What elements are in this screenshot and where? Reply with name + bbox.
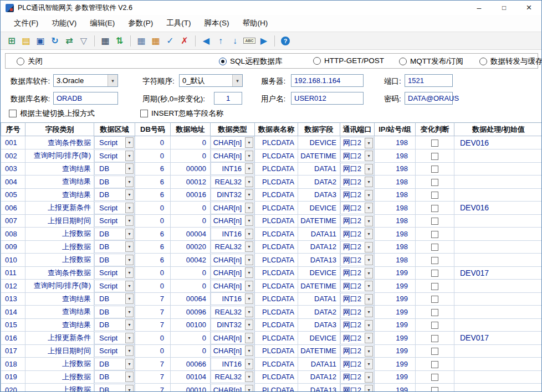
cell-area[interactable]: Script▾ <box>94 332 135 344</box>
cell-seq[interactable]: 011 <box>1 266 25 280</box>
cell-port[interactable]: 网口2▾ <box>340 371 374 384</box>
password-input[interactable]: DATA@ORAUS <box>405 92 453 105</box>
chevron-down-icon[interactable]: ▾ <box>125 359 134 369</box>
change-checkbox[interactable] <box>431 218 438 225</box>
cell-addr[interactable]: 00000 <box>171 162 211 176</box>
chevron-down-icon[interactable]: ▾ <box>245 293 253 304</box>
cell-init[interactable] <box>454 188 542 202</box>
change-checkbox[interactable] <box>431 309 438 316</box>
cell-db[interactable]: 0 <box>135 202 171 215</box>
minimize-button[interactable]: – <box>467 1 492 15</box>
cell-addr[interactable]: 00104 <box>171 370 211 384</box>
cell-seq[interactable]: 012 <box>1 280 25 293</box>
change-checkbox[interactable] <box>431 270 438 277</box>
cell-station[interactable]: 198 <box>375 240 416 254</box>
chevron-down-icon[interactable]: ▾ <box>125 385 134 392</box>
chevron-down-icon[interactable]: ▾ <box>365 268 373 278</box>
cell-port[interactable]: 网口2▾ <box>340 189 374 202</box>
cell-station[interactable]: 198 <box>375 136 416 149</box>
cell-init[interactable] <box>454 149 542 163</box>
transfer-icon[interactable]: ⇅ <box>113 34 126 48</box>
cell-category[interactable]: 上报更新条件 <box>25 202 94 215</box>
change-checkbox[interactable] <box>431 361 438 368</box>
cell-area[interactable]: DB▾ <box>94 370 135 383</box>
chevron-down-icon[interactable]: ▾ <box>365 385 373 392</box>
cell-seq[interactable]: 001 <box>1 136 25 149</box>
change-checkbox[interactable] <box>431 205 438 212</box>
cell-type[interactable]: CHAR[n]▾ <box>211 254 254 266</box>
chevron-down-icon[interactable]: ▾ <box>365 255 373 265</box>
cell-port[interactable]: 网口2▾ <box>340 176 374 188</box>
cell-seq[interactable]: 003 <box>1 162 25 176</box>
cell-init[interactable] <box>454 240 542 254</box>
cell-table[interactable]: PLCDATA <box>255 384 298 392</box>
db-name-input[interactable]: ORADB <box>53 92 118 105</box>
menu-item-edit[interactable]: 编辑(E) <box>83 16 121 31</box>
cell-init[interactable] <box>454 292 542 306</box>
cell-db[interactable]: 6 <box>135 176 171 189</box>
chevron-down-icon[interactable]: ▾ <box>365 138 373 148</box>
chevron-down-icon[interactable]: ▾ <box>245 255 253 265</box>
cell-init[interactable] <box>454 176 542 189</box>
cell-port[interactable]: 网口2▾ <box>340 293 374 306</box>
close-button[interactable]: × <box>517 1 541 15</box>
new-grid-icon[interactable]: ⊞ <box>5 34 18 48</box>
chevron-down-icon[interactable]: ▾ <box>245 359 253 369</box>
cell-db[interactable]: 7 <box>135 370 171 384</box>
col-header-field[interactable]: 数据字段 <box>298 123 340 136</box>
cell-area[interactable]: DB▾ <box>94 188 135 201</box>
cell-station[interactable]: 199 <box>375 318 416 332</box>
chevron-down-icon[interactable]: ▾ <box>125 345 134 356</box>
cell-type[interactable]: CHAR[n]▾ <box>211 136 254 149</box>
cell-init[interactable]: DEV016 <box>454 136 542 149</box>
radio-icon[interactable] <box>479 58 487 65</box>
cell-category[interactable]: 查询条件数据 <box>25 266 94 280</box>
cell-field[interactable]: DATA2 <box>298 306 340 319</box>
cell-changed[interactable] <box>416 306 454 319</box>
cell-category[interactable]: 上报数据 <box>25 240 94 254</box>
cell-init[interactable] <box>454 384 542 392</box>
cell-init[interactable] <box>454 344 542 358</box>
cell-port[interactable]: 网口2▾ <box>340 319 374 332</box>
cell-area[interactable]: DB▾ <box>94 384 135 392</box>
move-up-icon[interactable]: ↑ <box>214 34 227 48</box>
move-left-icon[interactable]: ◀ <box>200 34 213 48</box>
cell-station[interactable]: 199 <box>375 280 416 293</box>
cell-station[interactable]: 198 <box>375 176 416 189</box>
cell-init[interactable] <box>454 162 542 176</box>
cell-addr[interactable]: 00066 <box>171 358 211 371</box>
cell-table[interactable]: PLCDATA <box>255 306 298 319</box>
chevron-down-icon[interactable]: ▾ <box>125 372 134 382</box>
chevron-down-icon[interactable]: ▾ <box>245 215 253 226</box>
cell-table[interactable]: PLCDATA <box>255 344 298 358</box>
cell-station[interactable]: 199 <box>375 344 416 358</box>
cell-db[interactable]: 6 <box>135 162 171 176</box>
cell-station[interactable]: 198 <box>375 162 416 176</box>
cell-init[interactable]: DEV016 <box>454 202 542 215</box>
cell-category[interactable]: 上报数据 <box>25 370 94 384</box>
cell-db[interactable]: 0 <box>135 214 171 228</box>
cell-seq[interactable]: 014 <box>1 306 25 319</box>
cell-db[interactable]: 7 <box>135 306 171 319</box>
cell-station[interactable]: 198 <box>375 254 416 267</box>
cell-port[interactable]: 网口2▾ <box>340 215 374 228</box>
cell-changed[interactable] <box>416 149 454 163</box>
cell-area[interactable]: Script▾ <box>94 202 135 214</box>
chevron-down-icon[interactable]: ▾ <box>125 241 134 252</box>
cell-table[interactable]: PLCDATA <box>255 292 298 306</box>
cell-category[interactable]: 查询结果 <box>25 306 94 319</box>
cell-addr[interactable]: 00042 <box>171 254 211 267</box>
chevron-down-icon[interactable]: ▾ <box>245 345 253 356</box>
cell-type[interactable]: INT16▾ <box>211 292 254 305</box>
cell-station[interactable]: 199 <box>375 370 416 384</box>
cell-table[interactable]: PLCDATA <box>255 202 298 215</box>
cell-seq[interactable]: 004 <box>1 176 25 189</box>
change-checkbox[interactable] <box>431 166 438 173</box>
cell-type[interactable]: CHAR[n]▾ <box>211 384 254 392</box>
cell-changed[interactable] <box>416 162 454 176</box>
cell-field[interactable]: DATETIME <box>298 280 340 293</box>
cell-addr[interactable]: 00096 <box>171 306 211 319</box>
cell-area[interactable]: DB▾ <box>94 292 135 305</box>
chevron-down-icon[interactable]: ▾ <box>125 229 134 239</box>
cell-type[interactable]: REAL32▾ <box>211 370 254 383</box>
